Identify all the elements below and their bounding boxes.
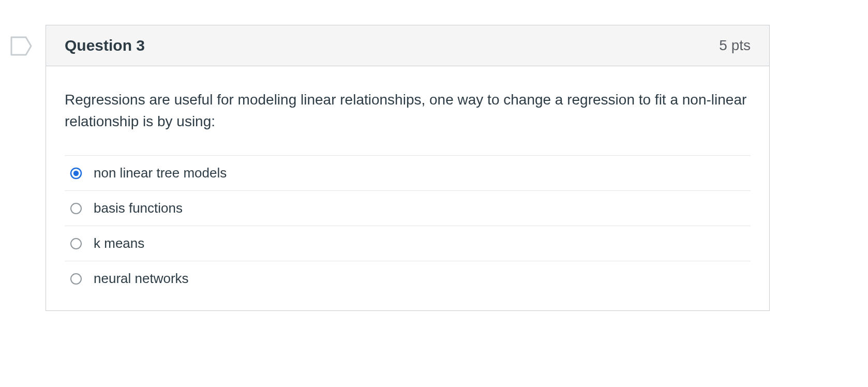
- answer-option-label: neural networks: [94, 271, 189, 287]
- svg-point-1: [73, 170, 79, 175]
- quiz-page: Question 3 5 pts Regressions are useful …: [0, 0, 868, 387]
- question-prompt: Regressions are useful for modeling line…: [65, 89, 751, 132]
- answer-option[interactable]: neural networks: [65, 261, 751, 296]
- question-card: Question 3 5 pts Regressions are useful …: [46, 25, 770, 311]
- answer-option[interactable]: basis functions: [65, 191, 751, 226]
- radio-unselected-icon: [70, 237, 82, 250]
- answer-option-label: non linear tree models: [94, 165, 227, 181]
- svg-point-3: [71, 239, 81, 249]
- answer-options: non linear tree models basis functions: [65, 155, 751, 296]
- bookmark-flag-icon[interactable]: [10, 36, 33, 56]
- question-header: Question 3 5 pts: [46, 25, 769, 66]
- question-body: Regressions are useful for modeling line…: [46, 66, 769, 310]
- svg-point-2: [71, 203, 81, 214]
- answer-option[interactable]: k means: [65, 226, 751, 261]
- radio-selected-icon: [70, 167, 82, 180]
- answer-option[interactable]: non linear tree models: [65, 156, 751, 191]
- svg-point-4: [71, 274, 81, 284]
- question-points: 5 pts: [719, 37, 751, 54]
- radio-unselected-icon: [70, 202, 82, 215]
- answer-option-label: k means: [94, 235, 144, 251]
- radio-unselected-icon: [70, 273, 82, 285]
- question-title: Question 3: [65, 37, 145, 54]
- answer-option-label: basis functions: [94, 200, 183, 216]
